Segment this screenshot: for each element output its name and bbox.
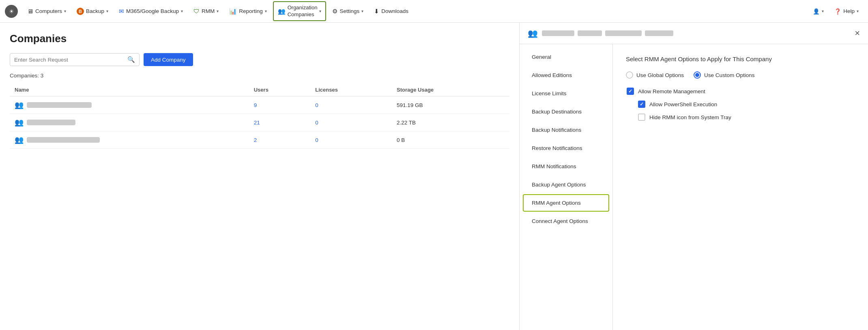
sidebar-item-rmm-notifications[interactable]: RMM Notifications — [523, 158, 609, 175]
search-box: 🔍 — [10, 53, 140, 66]
sidebar-item-license-limits[interactable]: License Limits — [523, 85, 609, 102]
allow-remote-mgmt-checkbox[interactable] — [627, 88, 634, 95]
top-navigation: ☀ 🖥 Computers ▾ B Backup ▾ ✉ M365/Google… — [0, 0, 868, 23]
main-content: Companies 🔍 Add Company Companies: 3 Nam… — [0, 23, 868, 330]
search-input[interactable] — [14, 57, 127, 63]
search-button[interactable]: 🔍 — [127, 56, 135, 63]
m365-icon: ✉ — [119, 8, 124, 15]
org-companies-icon: 👥 — [278, 8, 286, 15]
chevron-down-icon: ▾ — [265, 9, 267, 13]
company-users[interactable]: 9 — [249, 96, 311, 114]
panel-header: 👥 × — [520, 23, 868, 44]
nav-settings[interactable]: ⚙ Settings ▾ — [328, 5, 368, 18]
allow-powershell-label: Allow PowerShell Execution — [649, 101, 717, 107]
nav-rmm[interactable]: 🛡 RMM ▾ — [189, 5, 223, 17]
sidebar-item-allowed-editions[interactable]: Allowed Editions — [523, 66, 609, 84]
user-icon: 👤 — [813, 8, 820, 15]
company-header-icon: 👥 — [528, 28, 538, 38]
col-storage: Storage Usage — [392, 84, 509, 96]
company-name-cell: 👥 — [15, 101, 244, 109]
nav-m365-label: M365/Google Backup — [126, 8, 179, 14]
search-row: 🔍 Add Company — [10, 53, 509, 66]
nav-org-line2: Companies — [288, 11, 318, 18]
panel-content: Select RMM Agent Options to Apply for Th… — [613, 44, 868, 330]
table-row: 👥 9 0 591.19 GB — [10, 96, 509, 114]
nav-org-companies[interactable]: 👥 Organization Companies ▾ — [273, 1, 327, 21]
chevron-down-icon: ▾ — [361, 9, 363, 13]
use-global-label: Use Global Options — [636, 72, 684, 78]
table-row: 👥 21 0 2.22 TB — [10, 114, 509, 131]
allow-powershell-checkbox[interactable] — [638, 101, 645, 108]
company-icon: 👥 — [15, 101, 24, 109]
sidebar-item-connect-agent-options[interactable]: Connect Agent Options — [523, 212, 609, 230]
sidebar-item-backup-notifications[interactable]: Backup Notifications — [523, 121, 609, 139]
chevron-down-icon: ▾ — [181, 9, 183, 13]
use-custom-option[interactable]: Use Custom Options — [694, 71, 755, 79]
use-custom-radio[interactable] — [694, 71, 701, 79]
hide-rmm-checkbox[interactable] — [638, 114, 645, 121]
company-name-blurred — [27, 102, 92, 108]
col-users: Users — [249, 84, 311, 96]
section-title: Select RMM Agent Options to Apply for Th… — [626, 56, 855, 62]
use-global-radio[interactable] — [626, 71, 633, 79]
nav-rmm-label: RMM — [202, 8, 215, 14]
sidebar-item-rmm-agent-options[interactable]: RMM Agent Options — [523, 194, 609, 212]
companies-count: Companies: 3 — [10, 73, 509, 79]
hide-rmm-label: Hide RMM icon from System Tray — [649, 114, 731, 120]
company-licenses[interactable]: 0 — [310, 131, 392, 149]
nav-downloads[interactable]: ⬇ Downloads — [370, 5, 413, 18]
nav-computers[interactable]: 🖥 Computers ▾ — [23, 5, 71, 17]
rmm-icon: 🛡 — [193, 8, 200, 15]
company-name-cell: 👥 — [15, 135, 244, 144]
sidebar-item-restore-notifications[interactable]: Restore Notifications — [523, 139, 609, 157]
chevron-down-icon: ▾ — [106, 9, 108, 13]
company-name-cell: 👥 — [15, 118, 244, 127]
company-licenses[interactable]: 0 — [310, 114, 392, 131]
nav-org-line1: Organization — [288, 4, 318, 11]
nav-computers-label: Computers — [35, 8, 62, 14]
col-name: Name — [10, 84, 249, 96]
allow-powershell-row: Allow PowerShell Execution — [638, 101, 855, 108]
company-licenses[interactable]: 0 — [310, 96, 392, 114]
allow-remote-mgmt-label: Allow Remote Management — [638, 88, 705, 94]
nav-user[interactable]: 👤 ▾ — [808, 5, 828, 17]
companies-table: Name Users Licenses Storage Usage 👥 9 0 — [10, 84, 509, 149]
chevron-down-icon: ▾ — [319, 9, 321, 13]
close-panel-button[interactable]: × — [855, 29, 860, 38]
chevron-down-icon: ▾ — [64, 9, 66, 13]
nav-reporting-label: Reporting — [239, 8, 263, 14]
company-icon: 👥 — [15, 135, 24, 144]
sidebar-item-backup-agent-options[interactable]: Backup Agent Options — [523, 176, 609, 193]
nav-reporting[interactable]: 📊 Reporting ▾ — [225, 5, 271, 18]
settings-icon: ⚙ — [332, 8, 337, 15]
nav-backup[interactable]: B Backup ▾ — [72, 5, 113, 18]
company-name-blurred — [27, 137, 100, 143]
company-users[interactable]: 21 — [249, 114, 311, 131]
title-blurred-4 — [645, 30, 673, 36]
use-global-option[interactable]: Use Global Options — [626, 71, 684, 79]
chevron-down-icon: ▾ — [217, 9, 219, 13]
company-storage: 0 B — [392, 131, 509, 149]
app-logo: ☀ — [5, 5, 18, 18]
nav-m365[interactable]: ✉ M365/Google Backup ▾ — [114, 5, 187, 18]
nav-settings-label: Settings — [339, 8, 359, 14]
company-icon: 👥 — [15, 118, 24, 127]
col-licenses: Licenses — [310, 84, 392, 96]
company-storage: 2.22 TB — [392, 114, 509, 131]
company-users[interactable]: 2 — [249, 131, 311, 149]
title-blurred-3 — [605, 30, 642, 36]
computer-icon: 🖥 — [27, 8, 33, 15]
panel-body: General Allowed Editions License Limits … — [520, 44, 868, 330]
backup-icon: B — [77, 8, 84, 15]
title-blurred-2 — [578, 30, 602, 36]
sidebar-item-general[interactable]: General — [523, 48, 609, 66]
nav-help[interactable]: ❓ Help ▾ — [830, 5, 863, 17]
chevron-down-icon: ▾ — [822, 9, 824, 13]
radio-options-row: Use Global Options Use Custom Options — [626, 71, 855, 79]
downloads-icon: ⬇ — [374, 8, 379, 15]
help-icon: ❓ — [834, 8, 841, 15]
add-company-button[interactable]: Add Company — [144, 53, 193, 66]
panel-sidebar: General Allowed Editions License Limits … — [520, 44, 613, 330]
sidebar-item-backup-destinations[interactable]: Backup Destinations — [523, 103, 609, 120]
nav-help-label: Help — [843, 8, 855, 14]
